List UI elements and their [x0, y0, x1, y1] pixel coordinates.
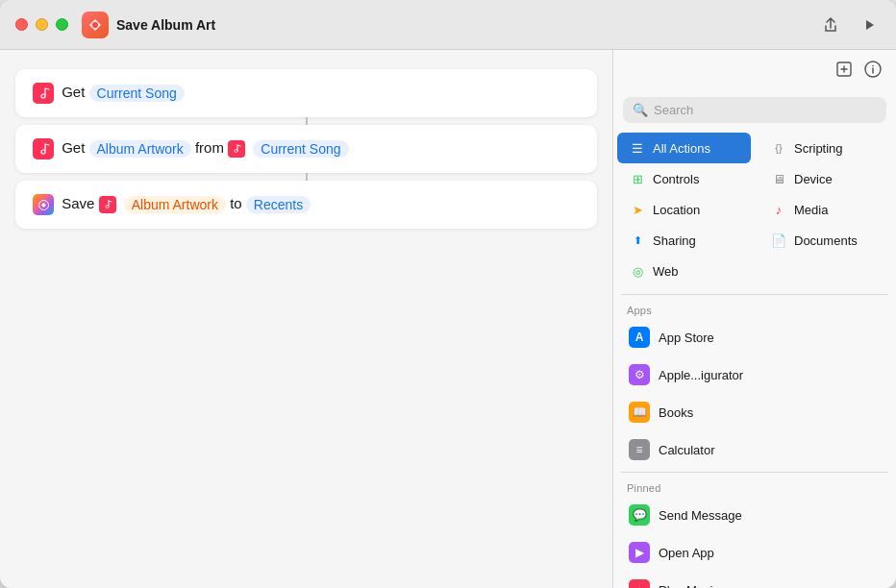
send-message-label: Send Message: [659, 508, 742, 523]
panel-top-icons: [613, 50, 896, 87]
apple-igurator-icon: ⚙: [629, 364, 650, 385]
action-get-current-song[interactable]: Get Current Song: [15, 69, 597, 117]
category-label: Sharing: [653, 233, 696, 248]
search-placeholder: Search: [654, 103, 693, 117]
share-button[interactable]: [819, 13, 842, 37]
music-icon: [33, 83, 54, 104]
category-label: Location: [653, 203, 700, 217]
minimize-button[interactable]: [36, 18, 48, 31]
divider: [621, 294, 888, 295]
music-icon-2: [33, 138, 54, 159]
category-label: All Actions: [653, 141, 710, 156]
category-web[interactable]: ◎ Web: [617, 256, 751, 286]
books-label: Books: [659, 405, 693, 420]
action-save-album-artwork[interactable]: Save Album Artwork to Recents: [15, 181, 597, 229]
from-label: from: [195, 139, 228, 156]
category-all-actions[interactable]: ☰ All Actions: [617, 133, 751, 163]
titlebar: Save Album Art: [0, 0, 896, 50]
photos-icon: [33, 194, 54, 215]
close-button[interactable]: [15, 18, 28, 31]
list-item-apple-igurator[interactable]: ⚙ Apple...igurator: [617, 356, 892, 393]
music-icon-inline-2: [99, 196, 116, 213]
titlebar-actions: [819, 13, 881, 37]
list-item-books[interactable]: 📖 Books: [617, 394, 892, 430]
device-icon: 🖥: [770, 170, 787, 187]
actions-scroll[interactable]: Apps A App Store ⚙ Apple...igurator 📖 Bo…: [613, 299, 896, 588]
pinned-section-label: Pinned: [613, 477, 896, 496]
workflow-canvas[interactable]: Get Current Song Get Album Artwork from: [0, 50, 612, 588]
app-store-label: App Store: [659, 331, 714, 345]
gallery-add-icon[interactable]: [834, 60, 854, 84]
category-label: Device: [794, 172, 833, 186]
scripting-icon: {}: [770, 139, 787, 157]
send-message-icon: 💬: [629, 504, 650, 526]
action-verb: Get: [62, 84, 88, 100]
category-label: Web: [653, 264, 679, 279]
current-song-token-2[interactable]: Current Song: [253, 140, 348, 158]
category-label: Documents: [794, 233, 858, 248]
list-item-send-message[interactable]: 💬 Send Message: [617, 497, 892, 533]
categories-grid: ☰ All Actions {} Scripting ⊞ Controls 🖥 …: [613, 129, 896, 290]
list-item-calculator[interactable]: ≡ Calculator: [617, 431, 892, 468]
category-controls[interactable]: ⊞ Controls: [617, 163, 751, 194]
action-verb-2: Get: [62, 139, 88, 156]
controls-icon: ⊞: [629, 170, 646, 187]
main-window: Save Album Art: [0, 0, 896, 588]
play-music-label: Play Music: [659, 583, 719, 589]
apple-igurator-label: Apple...igurator: [659, 368, 743, 382]
sharing-icon: ⬆: [629, 232, 646, 249]
recents-token[interactable]: Recents: [246, 196, 311, 213]
media-icon: ♪: [770, 201, 787, 218]
documents-icon: 📄: [770, 232, 787, 249]
category-sharing[interactable]: ⬆ Sharing: [617, 225, 751, 256]
svg-point-0: [92, 22, 98, 28]
calculator-icon: ≡: [629, 439, 650, 460]
actions-panel: 🔍 Search ☰ All Actions {} Scripting ⊞: [612, 50, 896, 588]
apps-section-label: Apps: [613, 299, 896, 318]
category-label: Controls: [653, 172, 699, 186]
content-area: Get Current Song Get Album Artwork from: [0, 50, 896, 588]
category-label: Media: [794, 203, 828, 217]
svg-point-5: [872, 65, 874, 67]
window-title: Save Album Art: [116, 17, 819, 33]
action-verb-3: Save: [62, 195, 98, 211]
web-icon: ◎: [629, 262, 646, 280]
maximize-button[interactable]: [56, 18, 68, 31]
calculator-label: Calculator: [659, 443, 715, 457]
album-artwork-token-2[interactable]: Album Artwork: [124, 196, 226, 213]
app-icon: [82, 12, 109, 38]
category-device[interactable]: 🖥 Device: [759, 163, 892, 194]
search-icon: 🔍: [633, 103, 648, 117]
category-location[interactable]: ➤ Location: [617, 194, 751, 225]
run-button[interactable]: [858, 13, 881, 37]
app-store-icon: A: [629, 327, 650, 348]
play-music-icon: ♪: [629, 579, 650, 588]
info-icon[interactable]: [863, 60, 883, 84]
divider-2: [621, 472, 888, 473]
category-media[interactable]: ♪ Media: [759, 194, 892, 225]
music-icon-inline: [228, 140, 245, 158]
all-actions-icon: ☰: [629, 139, 646, 157]
open-app-label: Open App: [659, 546, 714, 560]
action-get-album-artwork[interactable]: Get Album Artwork from Current Song: [15, 125, 597, 173]
list-item-open-app[interactable]: ▶ Open App: [617, 534, 892, 571]
category-scripting[interactable]: {} Scripting: [759, 133, 892, 163]
category-documents[interactable]: 📄 Documents: [759, 225, 892, 256]
open-app-icon: ▶: [629, 542, 650, 563]
location-icon: ➤: [629, 201, 646, 218]
category-label: Scripting: [794, 141, 843, 156]
panel-top: 🔍 Search ☰ All Actions {} Scripting ⊞: [613, 50, 896, 299]
current-song-token[interactable]: Current Song: [89, 85, 185, 102]
books-icon: 📖: [629, 402, 650, 423]
list-item-app-store[interactable]: A App Store: [617, 319, 892, 355]
search-bar[interactable]: 🔍 Search: [623, 97, 886, 123]
svg-point-2: [41, 203, 45, 207]
traffic-lights: [15, 18, 68, 31]
list-item-play-music[interactable]: ♪ Play Music: [617, 572, 892, 588]
to-label: to: [230, 195, 246, 211]
album-artwork-token[interactable]: Album Artwork: [89, 140, 191, 158]
